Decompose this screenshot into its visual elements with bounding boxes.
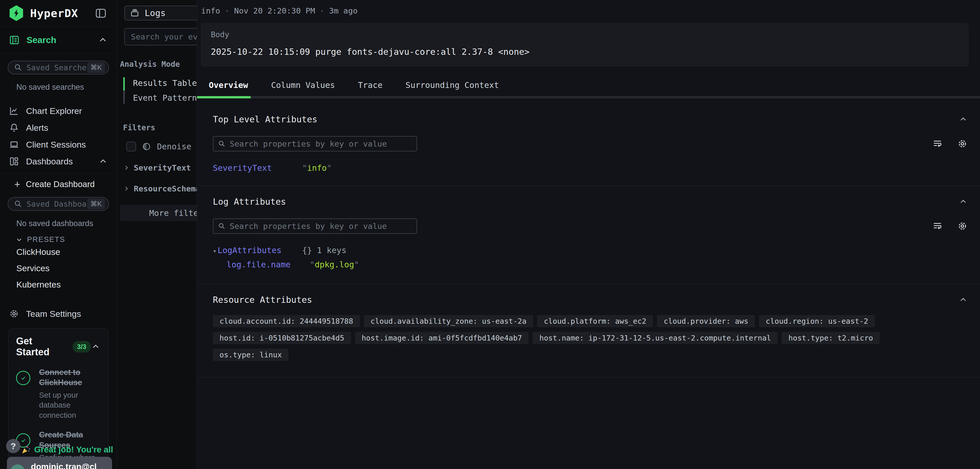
source-selector-button[interactable]: Logs — [124, 6, 197, 21]
chevron-up-icon[interactable] — [959, 197, 968, 206]
event-search-placeholder: Search your event — [131, 32, 197, 41]
party-popper-icon — [21, 445, 31, 455]
sidebar-item-chart-explorer[interactable]: Chart Explorer — [0, 103, 117, 119]
magnifier-icon — [14, 63, 22, 72]
meta-separator: · — [225, 6, 230, 15]
resource-pill[interactable]: host.name: ip-172-31-12-5.us-east-2.comp… — [533, 332, 778, 344]
resource-pill-list: cloud.account.id: 244449518788 cloud.ava… — [213, 315, 958, 361]
denoise-results-toggle[interactable]: Denoise Results — [126, 142, 197, 151]
analysis-mode-label: Analysis Mode — [120, 60, 197, 68]
tab-surrounding-context[interactable]: Surrounding Context — [406, 80, 499, 90]
hyperdx-app: HyperDX Search Saved Searches ⌘K No save… — [0, 0, 980, 469]
mode-event-patterns[interactable]: Event Patterns — [123, 90, 197, 105]
attribute-value[interactable]: "dpkg.log" — [310, 260, 359, 269]
resource-pill[interactable]: cloud.availability_zone: us-east-2a — [364, 315, 533, 327]
tab-trace[interactable]: Trace — [358, 80, 383, 90]
create-dashboard-button[interactable]: + Create Dashboard — [0, 176, 117, 192]
resource-pill[interactable]: host.image.id: ami-0f5fcdfbd140e4ab7 — [355, 332, 529, 344]
resource-pill[interactable]: cloud.platform: aws_ec2 — [537, 315, 653, 327]
section-top-level-attributes: Top Level Attributes Search properties b… — [197, 114, 980, 173]
preset-item-services[interactable]: Services — [0, 260, 117, 276]
attribute-value[interactable]: "info" — [302, 163, 332, 173]
event-relative-time: 3m ago — [329, 6, 358, 15]
keys-count: {} 1 keys — [302, 246, 346, 255]
denoise-circle-icon — [142, 142, 151, 151]
event-timestamp: Nov 20 2:20:30 PM — [234, 6, 315, 15]
get-started-step-connect[interactable]: Connect to ClickHouse Set up your databa… — [16, 367, 100, 420]
step-title: Connect to ClickHouse — [39, 367, 100, 388]
congrats-text: Great job! You're all — [34, 445, 113, 455]
get-started-header[interactable]: Get Started 3/3 — [16, 336, 100, 358]
resource-pill[interactable]: cloud.region: us-east-2 — [759, 315, 875, 327]
sidebar-item-label: Search — [27, 35, 56, 45]
mode-track-active — [123, 77, 125, 90]
filter-group-severitytext[interactable]: SeverityText — [123, 163, 197, 172]
property-search-input[interactable]: Search properties by key or value — [213, 219, 417, 234]
source-label: Logs — [145, 8, 165, 18]
get-started-title: Get Started — [16, 336, 67, 358]
resource-pill[interactable]: cloud.provider: aws — [657, 315, 755, 327]
laptop-icon — [9, 139, 19, 150]
section-title: Resource Attributes — [213, 295, 312, 305]
mode-results-table[interactable]: Results Table — [123, 76, 197, 90]
sidebar-item-alerts[interactable]: Alerts — [0, 119, 117, 136]
bell-icon — [9, 122, 19, 133]
chevron-up-icon[interactable] — [959, 295, 968, 304]
divider — [197, 185, 980, 186]
shortcut-badge: ⌘K — [87, 198, 105, 209]
event-search-input[interactable]: Search your event — [124, 28, 197, 45]
section-log-attributes: Log Attributes Search properties by key … — [197, 196, 980, 269]
section-title: Log Attributes — [213, 196, 286, 207]
chevron-down-icon — [15, 236, 23, 243]
help-button[interactable]: ? — [6, 439, 21, 453]
resource-pill[interactable]: host.type: t2.micro — [782, 332, 880, 344]
body-card: Body 2025-10-22 10:15:09 purge fonts-dej… — [200, 23, 969, 67]
resource-pill[interactable]: os.type: linux — [213, 349, 288, 361]
panel-toggle-icon[interactable] — [94, 7, 108, 20]
preset-item-clickhouse[interactable]: ClickHouse — [0, 244, 117, 260]
tab-overview[interactable]: Overview — [209, 80, 248, 90]
wrap-text-icon[interactable] — [932, 138, 943, 149]
more-filters-button[interactable]: More filters — [120, 205, 197, 221]
presets-toggle[interactable]: PRESETS — [15, 235, 117, 244]
chevron-right-icon — [123, 165, 130, 171]
saved-searches-placeholder: Saved Searches — [27, 63, 87, 72]
filter-group-resourceschemaurl[interactable]: ResourceSchemaUrl — [123, 184, 197, 193]
archive-box-icon — [130, 8, 140, 18]
chevron-up-icon — [91, 342, 100, 352]
gear-icon[interactable] — [957, 221, 968, 231]
property-search-input[interactable]: Search properties by key or value — [213, 136, 417, 151]
sidebar-item-dashboards[interactable]: Dashboards — [0, 153, 117, 170]
user-menu[interactable]: D dominic.tran@clic... dominic.tran@clic… — [7, 457, 112, 469]
saved-searches-input[interactable]: Saved Searches ⌘K — [8, 61, 109, 74]
body-text: 2025-10-22 10:15:09 purge fonts-dejavu-c… — [211, 47, 959, 57]
gear-icon — [9, 308, 19, 319]
tab-column-values[interactable]: Column Values — [271, 80, 335, 90]
attribute-key[interactable]: SeverityText — [213, 163, 302, 173]
saved-dashboards-input[interactable]: Saved Dashboards ⌘K — [8, 197, 109, 211]
attribute-key[interactable]: log.file.name — [227, 260, 310, 269]
search-filters-panel: Logs Search your event Analysis Mode Res… — [117, 0, 197, 469]
denoise-checkbox[interactable] — [126, 142, 136, 151]
no-saved-dashboards-note: No saved dashboards — [16, 219, 117, 228]
progress-badge: 3/3 — [73, 341, 91, 353]
gear-icon[interactable] — [957, 138, 968, 149]
detail-tabs: Overview Column Values Trace Surrounding… — [209, 80, 980, 90]
resource-pill[interactable]: host.id: i-0510b81275acbe4d5 — [213, 332, 351, 344]
preset-item-kubernetes[interactable]: Kubernetes — [0, 276, 117, 293]
sidebar-item-team-settings[interactable]: Team Settings — [0, 305, 117, 322]
chevron-right-icon — [123, 185, 130, 192]
chevron-up-icon[interactable] — [959, 115, 968, 124]
section-resource-attributes: Resource Attributes cloud.account.id: 24… — [197, 295, 980, 361]
step-description: Set up your database connection — [39, 390, 100, 420]
wrap-text-icon[interactable] — [932, 221, 943, 231]
sidebar-item-search[interactable]: Search — [0, 27, 117, 54]
sidebar-item-client-sessions[interactable]: Client Sessions — [0, 136, 117, 153]
denoise-label: Denoise Results — [157, 142, 197, 151]
create-dashboard-label: Create Dashboard — [26, 179, 95, 189]
plus-icon: + — [14, 179, 20, 190]
resource-pill[interactable]: cloud.account.id: 244449518788 — [213, 315, 360, 327]
attribute-tree-root[interactable]: ▾LogAttributes — [213, 246, 302, 255]
sidebar-item-label: Dashboards — [26, 157, 73, 166]
presets-label: PRESETS — [27, 235, 65, 244]
